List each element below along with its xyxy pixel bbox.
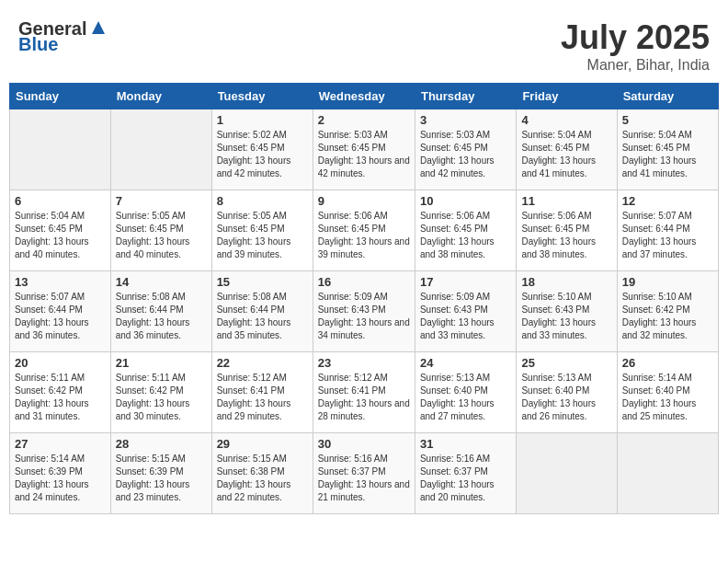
table-row <box>617 433 718 514</box>
table-row <box>517 433 617 514</box>
day-number: 19 <box>622 275 713 289</box>
day-number: 3 <box>420 113 511 127</box>
day-info: Sunrise: 5:07 AM Sunset: 6:44 PM Dayligh… <box>15 291 106 342</box>
day-number: 5 <box>622 113 713 127</box>
col-saturday: Saturday <box>617 84 718 109</box>
table-row: 15Sunrise: 5:08 AM Sunset: 6:44 PM Dayli… <box>211 271 313 352</box>
col-tuesday: Tuesday <box>211 84 313 109</box>
day-info: Sunrise: 5:03 AM Sunset: 6:45 PM Dayligh… <box>318 129 410 180</box>
day-info: Sunrise: 5:12 AM Sunset: 6:41 PM Dayligh… <box>318 372 410 423</box>
day-info: Sunrise: 5:14 AM Sunset: 6:40 PM Dayligh… <box>622 372 713 423</box>
table-row: 26Sunrise: 5:14 AM Sunset: 6:40 PM Dayli… <box>617 352 718 433</box>
col-thursday: Thursday <box>415 84 516 109</box>
col-monday: Monday <box>110 84 211 109</box>
day-number: 23 <box>318 356 410 370</box>
table-row: 23Sunrise: 5:12 AM Sunset: 6:41 PM Dayli… <box>313 352 415 433</box>
day-info: Sunrise: 5:05 AM Sunset: 6:45 PM Dayligh… <box>217 210 308 261</box>
day-number: 22 <box>217 356 308 370</box>
day-info: Sunrise: 5:04 AM Sunset: 6:45 PM Dayligh… <box>622 129 713 180</box>
calendar-week-row: 1Sunrise: 5:02 AM Sunset: 6:45 PM Daylig… <box>10 109 719 190</box>
day-number: 8 <box>217 194 308 208</box>
logo-triangle-icon <box>88 17 108 38</box>
table-row: 17Sunrise: 5:09 AM Sunset: 6:43 PM Dayli… <box>415 271 516 352</box>
day-info: Sunrise: 5:07 AM Sunset: 6:44 PM Dayligh… <box>622 210 713 261</box>
table-row <box>10 109 111 190</box>
table-row <box>110 109 211 190</box>
day-number: 24 <box>420 356 511 370</box>
calendar-week-row: 6Sunrise: 5:04 AM Sunset: 6:45 PM Daylig… <box>10 190 719 271</box>
day-number: 1 <box>217 113 308 127</box>
title-section: July 2025 Maner, Bihar, India <box>561 18 710 74</box>
table-row: 2Sunrise: 5:03 AM Sunset: 6:45 PM Daylig… <box>313 109 415 190</box>
day-info: Sunrise: 5:11 AM Sunset: 6:42 PM Dayligh… <box>116 372 207 423</box>
table-row: 27Sunrise: 5:14 AM Sunset: 6:39 PM Dayli… <box>10 433 111 514</box>
calendar-week-row: 13Sunrise: 5:07 AM Sunset: 6:44 PM Dayli… <box>10 271 719 352</box>
table-row: 12Sunrise: 5:07 AM Sunset: 6:44 PM Dayli… <box>617 190 718 271</box>
table-row: 20Sunrise: 5:11 AM Sunset: 6:42 PM Dayli… <box>10 352 111 433</box>
col-friday: Friday <box>517 84 617 109</box>
day-number: 30 <box>318 437 410 451</box>
calendar-header-row: Sunday Monday Tuesday Wednesday Thursday… <box>10 84 719 109</box>
day-info: Sunrise: 5:15 AM Sunset: 6:39 PM Dayligh… <box>116 453 207 504</box>
svg-marker-0 <box>92 21 105 34</box>
day-info: Sunrise: 5:08 AM Sunset: 6:44 PM Dayligh… <box>217 291 308 342</box>
table-row: 31Sunrise: 5:16 AM Sunset: 6:37 PM Dayli… <box>415 433 516 514</box>
table-row: 21Sunrise: 5:11 AM Sunset: 6:42 PM Dayli… <box>110 352 211 433</box>
table-row: 3Sunrise: 5:03 AM Sunset: 6:45 PM Daylig… <box>415 109 516 190</box>
day-number: 2 <box>318 113 410 127</box>
day-number: 7 <box>116 194 207 208</box>
day-info: Sunrise: 5:03 AM Sunset: 6:45 PM Dayligh… <box>420 129 511 180</box>
logo: General Blue <box>18 18 108 55</box>
page-header: General Blue July 2025 Maner, Bihar, Ind… <box>9 9 719 78</box>
day-number: 6 <box>15 194 106 208</box>
day-info: Sunrise: 5:04 AM Sunset: 6:45 PM Dayligh… <box>15 210 106 261</box>
location-title: Maner, Bihar, India <box>561 57 710 74</box>
table-row: 29Sunrise: 5:15 AM Sunset: 6:38 PM Dayli… <box>211 433 313 514</box>
day-number: 11 <box>521 194 611 208</box>
day-info: Sunrise: 5:09 AM Sunset: 6:43 PM Dayligh… <box>318 291 410 342</box>
day-info: Sunrise: 5:09 AM Sunset: 6:43 PM Dayligh… <box>420 291 511 342</box>
day-number: 28 <box>116 437 207 451</box>
day-number: 21 <box>116 356 207 370</box>
day-info: Sunrise: 5:08 AM Sunset: 6:44 PM Dayligh… <box>116 291 207 342</box>
day-info: Sunrise: 5:16 AM Sunset: 6:37 PM Dayligh… <box>420 453 511 504</box>
day-info: Sunrise: 5:10 AM Sunset: 6:42 PM Dayligh… <box>622 291 713 342</box>
col-sunday: Sunday <box>10 84 111 109</box>
day-info: Sunrise: 5:06 AM Sunset: 6:45 PM Dayligh… <box>420 210 511 261</box>
table-row: 28Sunrise: 5:15 AM Sunset: 6:39 PM Dayli… <box>110 433 211 514</box>
day-info: Sunrise: 5:15 AM Sunset: 6:38 PM Dayligh… <box>217 453 308 504</box>
table-row: 8Sunrise: 5:05 AM Sunset: 6:45 PM Daylig… <box>211 190 313 271</box>
table-row: 24Sunrise: 5:13 AM Sunset: 6:40 PM Dayli… <box>415 352 516 433</box>
day-number: 16 <box>318 275 410 289</box>
day-info: Sunrise: 5:02 AM Sunset: 6:45 PM Dayligh… <box>217 129 308 180</box>
day-number: 29 <box>217 437 308 451</box>
table-row: 22Sunrise: 5:12 AM Sunset: 6:41 PM Dayli… <box>211 352 313 433</box>
day-number: 26 <box>622 356 713 370</box>
table-row: 16Sunrise: 5:09 AM Sunset: 6:43 PM Dayli… <box>313 271 415 352</box>
table-row: 1Sunrise: 5:02 AM Sunset: 6:45 PM Daylig… <box>211 109 313 190</box>
month-title: July 2025 <box>561 18 710 57</box>
day-number: 12 <box>622 194 713 208</box>
day-number: 9 <box>318 194 410 208</box>
table-row: 10Sunrise: 5:06 AM Sunset: 6:45 PM Dayli… <box>415 190 516 271</box>
table-row: 6Sunrise: 5:04 AM Sunset: 6:45 PM Daylig… <box>10 190 111 271</box>
day-info: Sunrise: 5:11 AM Sunset: 6:42 PM Dayligh… <box>15 372 106 423</box>
day-info: Sunrise: 5:12 AM Sunset: 6:41 PM Dayligh… <box>217 372 308 423</box>
day-info: Sunrise: 5:04 AM Sunset: 6:45 PM Dayligh… <box>521 129 611 180</box>
day-number: 25 <box>521 356 611 370</box>
calendar-table: Sunday Monday Tuesday Wednesday Thursday… <box>9 83 719 514</box>
day-number: 10 <box>420 194 511 208</box>
day-number: 4 <box>521 113 611 127</box>
day-info: Sunrise: 5:06 AM Sunset: 6:45 PM Dayligh… <box>521 210 611 261</box>
table-row: 14Sunrise: 5:08 AM Sunset: 6:44 PM Dayli… <box>110 271 211 352</box>
day-number: 31 <box>420 437 511 451</box>
table-row: 4Sunrise: 5:04 AM Sunset: 6:45 PM Daylig… <box>517 109 617 190</box>
day-number: 17 <box>420 275 511 289</box>
day-info: Sunrise: 5:16 AM Sunset: 6:37 PM Dayligh… <box>318 453 410 504</box>
table-row: 11Sunrise: 5:06 AM Sunset: 6:45 PM Dayli… <box>517 190 617 271</box>
day-number: 20 <box>15 356 106 370</box>
day-number: 27 <box>15 437 106 451</box>
day-number: 13 <box>15 275 106 289</box>
day-info: Sunrise: 5:13 AM Sunset: 6:40 PM Dayligh… <box>521 372 611 423</box>
table-row: 13Sunrise: 5:07 AM Sunset: 6:44 PM Dayli… <box>10 271 111 352</box>
